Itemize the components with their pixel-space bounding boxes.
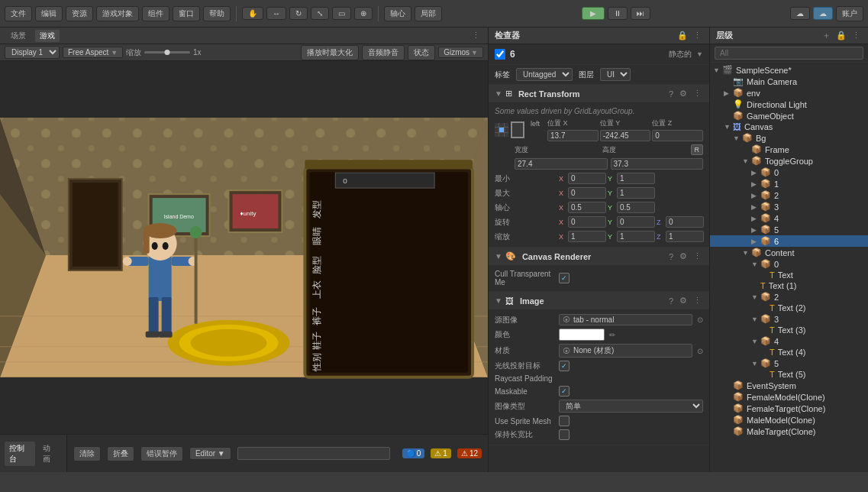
hierarchy-menu-icon[interactable]: ⋮ [850, 30, 862, 41]
height-input[interactable] [611, 158, 704, 170]
tree-item-text1[interactable]: ▶TText (1) [710, 280, 868, 291]
display-select[interactable]: Display 1 [5, 46, 60, 59]
menu-window[interactable]: 窗口 [173, 6, 200, 21]
editor-btn[interactable]: Editor ▼ [189, 447, 231, 460]
tag-select[interactable]: Untagged [516, 68, 573, 81]
scale-y-input[interactable] [617, 231, 655, 242]
rect-menu-icon[interactable]: ⋮ [692, 88, 703, 99]
anchor-min-y[interactable] [617, 173, 655, 184]
tree-item-canvas[interactable]: ▼ 🖼 Canvas [710, 121, 868, 132]
tree-item-t0[interactable]: ▶📦0 [710, 167, 868, 178]
pivot-btn[interactable]: 轴心 [384, 6, 411, 21]
tree-item-malemodel[interactable]: ▶📦MaleModel(Clone) [710, 414, 868, 426]
tool-rect[interactable]: ▭ [332, 7, 351, 20]
clear-btn[interactable]: 清除 [73, 446, 101, 461]
rot-y-input[interactable] [617, 216, 655, 228]
tree-item-c4[interactable]: ▼📦4 [710, 335, 868, 347]
tree-item-env[interactable]: ▶ 📦 env [710, 87, 868, 99]
tree-item-text2[interactable]: ▶TText (2) [710, 303, 868, 313]
pos-y-input[interactable] [600, 130, 651, 141]
tree-item-dirlight[interactable]: ▶ 💡 Directional Light [710, 99, 868, 110]
canvas-renderer-header[interactable]: ▼ 🎨 Canvas Renderer ? ⚙ ⋮ [489, 248, 709, 265]
lock-icon[interactable]: 🔒 [676, 30, 689, 41]
stats-btn[interactable]: 状态 [408, 45, 435, 60]
rect-help-icon[interactable]: ? [667, 89, 675, 99]
tree-item-content[interactable]: ▼📦Content [710, 247, 868, 258]
sprite-select-icon[interactable]: ⊙ [697, 316, 703, 324]
tree-item-c3[interactable]: ▼📦3 [710, 313, 868, 325]
game-tab[interactable]: 游戏 [35, 30, 60, 42]
color-picker-icon[interactable]: ✏ [609, 331, 615, 339]
tree-item-t6[interactable]: ▶📦6 [710, 235, 868, 247]
tool-scale[interactable]: ⤡ [311, 7, 329, 20]
tree-item-femaletarget[interactable]: ▶📦FemaleTarget(Clone) [710, 403, 868, 414]
tree-item-text3[interactable]: ▶TText (3) [710, 325, 868, 335]
tree-item-text4[interactable]: ▶TText (4) [710, 347, 868, 358]
canvas-menu-icon[interactable]: ⋮ [692, 251, 703, 262]
preserve-checkbox[interactable] [559, 429, 570, 440]
menu-file[interactable]: 文件 [5, 6, 32, 21]
menu-help[interactable]: 帮助 [203, 6, 231, 21]
tree-item-t3[interactable]: ▶📦3 [710, 201, 868, 212]
scene-tab[interactable]: 场景 [6, 30, 31, 42]
tree-item-t4[interactable]: ▶📦4 [710, 212, 868, 224]
menu-assets[interactable]: 资源 [66, 6, 93, 21]
collab-btn[interactable]: ☁ [790, 7, 810, 20]
collapse-btn[interactable]: 折叠 [107, 446, 134, 461]
pos-x-input[interactable] [547, 130, 599, 141]
zoom-slider[interactable] [144, 51, 190, 53]
sprite-mesh-checkbox[interactable] [559, 416, 570, 426]
menu-component[interactable]: 组件 [142, 6, 169, 21]
pivot-x-input[interactable] [568, 202, 606, 213]
static-arrow[interactable]: ▼ [696, 50, 703, 58]
image-help-icon[interactable]: ? [667, 296, 675, 306]
error-pause-btn[interactable]: 错误暂停 [140, 446, 183, 461]
canvas-help-icon[interactable]: ? [667, 251, 675, 262]
tree-item-maincamera[interactable]: ▶ 📷 Main Camera [710, 76, 868, 87]
tree-item-eventsystem[interactable]: ▶📦EventSystem [710, 380, 868, 391]
reset-btn[interactable]: R [691, 144, 704, 155]
account-btn[interactable]: 账户 [836, 6, 863, 21]
image-type-select[interactable]: 简单 [559, 400, 703, 413]
tree-item-c5[interactable]: ▼📦5 [710, 358, 868, 369]
tool-rotate[interactable]: ↻ [289, 7, 308, 20]
raycast-checkbox[interactable]: ✓ [559, 361, 570, 371]
inspector-menu-icon[interactable]: ⋮ [692, 30, 703, 41]
image-menu-icon[interactable]: ⋮ [692, 295, 703, 306]
canvas-settings-icon[interactable]: ⚙ [678, 251, 689, 262]
tree-item-gameobject[interactable]: ▶ 📦 GameObject [710, 110, 868, 121]
active-checkbox[interactable] [495, 49, 505, 60]
gizmos-btn[interactable]: Gizmos ▼ [438, 47, 483, 58]
sprite-field[interactable]: ⦿ tab - normal [559, 314, 692, 325]
hierarchy-add-icon[interactable]: ＋ [821, 29, 832, 42]
play-button[interactable]: ▶ [582, 7, 605, 20]
scale-z-input[interactable] [666, 231, 704, 242]
tree-item-bg[interactable]: ▼ 📦 Bg [710, 132, 868, 144]
tree-item-c2[interactable]: ▼📦2 [710, 291, 868, 303]
tree-item-frame[interactable]: ▶ 📦 Frame [710, 144, 868, 155]
menu-gameobject[interactable]: 游戏对象 [96, 6, 139, 21]
step-button[interactable]: ⏭ [631, 7, 650, 20]
material-select-icon[interactable]: ⊙ [697, 347, 703, 355]
tree-item-togglegroup[interactable]: ▼ 📦 ToggleGroup [710, 155, 868, 167]
console-tab[interactable]: 控制台 [5, 442, 35, 466]
cull-checkbox[interactable]: ✓ [559, 273, 570, 283]
anchor-min-x[interactable] [568, 173, 606, 184]
menu-edit[interactable]: 编辑 [35, 6, 63, 21]
maskable-checkbox[interactable]: ✓ [559, 386, 570, 397]
tree-item-text0[interactable]: ▶TText [710, 270, 868, 280]
tree-item-maletarget[interactable]: ▶📦MaleTarget(Clone) [710, 426, 868, 437]
maximize-btn[interactable]: 播放时最大化 [301, 45, 359, 60]
rot-z-input[interactable] [666, 216, 704, 228]
panel-menu-icon[interactable]: ⋮ [470, 30, 482, 41]
image-header[interactable]: ▼ 🖼 Image ? ⚙ ⋮ [489, 292, 709, 309]
rot-x-input[interactable] [568, 216, 606, 228]
tree-item-text5[interactable]: ▶TText (5) [710, 369, 868, 380]
tool-transform[interactable]: ⊕ [354, 7, 373, 20]
cloud-btn[interactable]: ☁ [813, 7, 833, 20]
hierarchy-search-input[interactable] [715, 47, 863, 60]
material-field[interactable]: ⦿ None (材质) [559, 344, 692, 358]
scale-x-input[interactable] [568, 231, 606, 242]
pos-z-input[interactable] [652, 130, 703, 141]
layer-select[interactable]: UI [600, 68, 631, 81]
